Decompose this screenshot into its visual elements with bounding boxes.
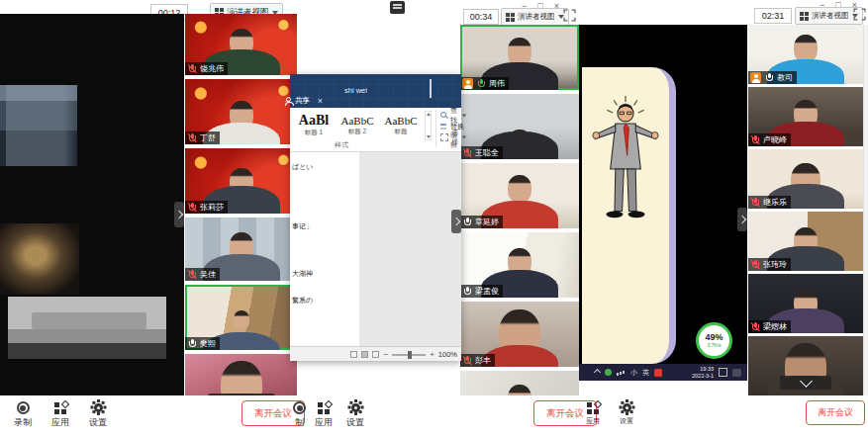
notification-icon[interactable] [732, 369, 741, 377]
participant-tile[interactable]: 卢晓峰 [748, 87, 863, 146]
style-gallery-scrollbar[interactable] [425, 111, 432, 140]
participant-name-bar: 卢晓峰 [748, 133, 791, 146]
style-heading2[interactable]: AaBbC 标题 2 [336, 110, 379, 141]
document-page[interactable]: ばとい 事记」 大湖神 繁系の [290, 152, 359, 346]
participant-name-bar: 章延婷 [460, 216, 503, 228]
filmstrip-scrollbar[interactable] [863, 25, 868, 395]
fullscreen-icon[interactable] [853, 8, 866, 21]
ribbon-divider [435, 110, 436, 147]
participant-tile[interactable]: 张莉莎 [185, 148, 297, 214]
floating-toolbar-icon[interactable] [390, 1, 405, 14]
taskbar-clock[interactable]: 19:33 2022-3-1 [692, 366, 714, 379]
participant-name: 王聪全 [475, 147, 499, 158]
mic-muted-icon [750, 198, 760, 208]
mic-muted-icon [462, 148, 472, 158]
record-icon [293, 401, 306, 414]
meeting1-filmstrip-expand-handle[interactable] [174, 202, 184, 227]
gear-icon [620, 400, 633, 414]
collapse-filmstrip-button[interactable] [780, 376, 831, 390]
tray-red-app-icon[interactable] [654, 369, 662, 377]
meeting3-timer: 02:31 [754, 8, 792, 24]
meeting2-view-dropdown[interactable]: 演讲者视图 [501, 8, 569, 26]
participant-tile[interactable]: 丁舒 [185, 79, 297, 144]
video-caption-overlay [32, 312, 146, 329]
participant-tile[interactable]: 继乐乐 [748, 149, 863, 209]
network-signal-icon[interactable] [617, 369, 626, 376]
replace-icon [440, 123, 447, 130]
mic-muted-icon [750, 260, 760, 270]
web-layout-icon[interactable] [372, 351, 379, 358]
participant-tile-partial[interactable] [460, 371, 579, 395]
zoom-level[interactable]: 100% [438, 350, 457, 359]
meeting3-shared-screen: 49% 3.7K/s 小 英 19:33 2022-3-1 [579, 25, 747, 381]
fullscreen-icon[interactable] [563, 9, 576, 22]
word-document-area[interactable]: ばとい 事记」 大湖神 繁系の [290, 152, 461, 346]
participant-tile[interactable]: 彭丰 [460, 302, 579, 367]
read-mode-icon[interactable] [350, 351, 357, 358]
mic-muted-icon [187, 133, 197, 143]
shared-desktop-taskbar: 小 英 19:33 2022-3-1 [579, 364, 747, 381]
meeting3-leave-button[interactable]: 离开会议 [806, 400, 865, 425]
print-layout-icon[interactable] [361, 351, 368, 358]
apps-button[interactable]: 应用 [51, 401, 69, 429]
style-heading[interactable]: AaBbC 标题 [379, 110, 423, 141]
apps-button[interactable]: 应用 [586, 401, 600, 426]
meeting3-filmstrip-expand-handle[interactable] [737, 208, 747, 231]
share-button[interactable]: 共享 [284, 96, 455, 106]
participant-tile-speaking[interactable]: 樊熙 [185, 285, 297, 350]
settings-button[interactable]: 设置 [346, 400, 364, 429]
language-indicator[interactable]: 英 [642, 368, 649, 378]
memory-cleaner-ball[interactable]: 49% 3.7K/s [696, 322, 732, 359]
participant-tile-partial[interactable] [185, 354, 297, 395]
style-heading1[interactable]: AaBl 标题 1 [292, 110, 336, 141]
participant-tile[interactable]: 教司 [748, 25, 863, 84]
chevron-down-icon [235, 393, 247, 395]
collapse-filmstrip-button[interactable] [208, 393, 275, 395]
ime-indicator[interactable]: 小 [630, 368, 637, 378]
record-button-partial[interactable]: 制 [293, 401, 306, 429]
bottom-toolbars: 录制 应用 设置 离开会议 制 应用 设置 离开会议 应用 [0, 395, 868, 437]
presenter-badge-icon [462, 78, 473, 89]
status-right-cluster: − + 100% [350, 350, 457, 359]
find-button[interactable]: 查找 [440, 110, 467, 121]
participant-tile[interactable]: 王聪全 [460, 94, 579, 159]
settings-button[interactable]: 设置 [89, 400, 107, 429]
participant-tile[interactable]: 张玮玲 [748, 212, 863, 271]
participant-name: 吴佳 [200, 269, 216, 280]
participant-tile[interactable]: 饶兆伟 [185, 14, 297, 75]
style-preview: AaBl [299, 114, 329, 128]
participant-tile[interactable]: 吴佳 [185, 218, 297, 281]
settings-button[interactable]: 设置 [620, 400, 633, 426]
meeting3-view-label: 演讲者视图 [812, 11, 849, 21]
participant-name-bar: 梁熠林 [748, 320, 791, 333]
style-preview: AaBbC [341, 116, 374, 127]
participant-tile[interactable]: 梁熠林 [748, 274, 863, 333]
participant-tile-speaking[interactable]: 周伟 [460, 25, 579, 90]
doc-text-fragment: 繁系の [292, 296, 313, 306]
apps-button[interactable]: 应用 [315, 401, 333, 429]
participant-name: 彭丰 [475, 355, 491, 366]
zoom-in-icon[interactable]: + [430, 350, 434, 359]
zoom-out-icon[interactable]: − [383, 350, 388, 359]
action-center-icon[interactable] [719, 368, 727, 377]
style-label: 标题 1 [305, 129, 323, 137]
mic-on-icon [476, 79, 486, 89]
mic-muted-icon [750, 135, 760, 145]
meeting2-filmstrip-expand-handle[interactable] [451, 210, 461, 233]
record-button[interactable]: 录制 [14, 401, 32, 429]
mic-on-icon [462, 218, 472, 227]
select-icon [440, 133, 448, 141]
share-label: 共享 [295, 96, 310, 106]
participant-tile-partial[interactable] [748, 336, 863, 395]
participant-tile[interactable]: 章延婷 [460, 163, 579, 228]
participant-name-bar: 王聪全 [460, 146, 503, 159]
participant-name-bar: 教司 [748, 71, 797, 84]
tray-app-icon[interactable] [605, 369, 612, 376]
participant-tile[interactable]: 梁孟俊 [460, 232, 579, 298]
meeting2-filmstrip: 周伟 王聪全 章延婷 梁孟俊 [460, 25, 579, 395]
zoom-slider[interactable] [392, 354, 426, 356]
clock-date: 2022-3-1 [692, 373, 714, 380]
word-title-bar[interactable]: shi wei − □ × [290, 74, 461, 94]
participant-name: 继乐乐 [763, 197, 787, 208]
tray-expand-icon[interactable] [594, 369, 601, 376]
